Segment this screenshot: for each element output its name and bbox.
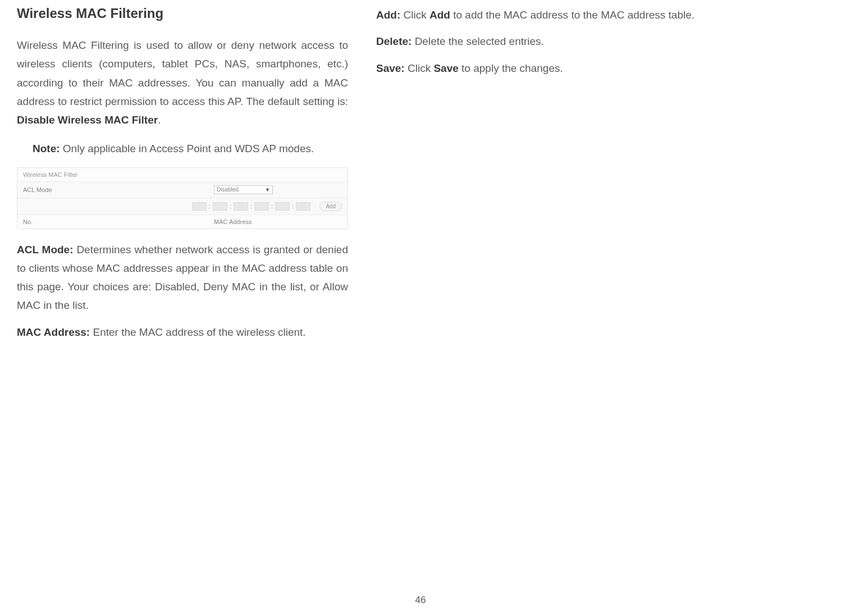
mac-octet-input[interactable] (234, 202, 248, 211)
note-paragraph: Note: Only applicable in Access Point an… (33, 139, 348, 158)
add-desc-2: to add the MAC address to the MAC addres… (450, 9, 694, 21)
mac-octet-input[interactable] (296, 202, 310, 211)
delete-desc: Delete the selected entries. (412, 35, 544, 47)
delete-definition: Delete: Delete the selected entries. (376, 32, 724, 51)
mac-octet-input[interactable] (213, 202, 227, 211)
col-mac-header: MAC Address (214, 218, 252, 225)
mac-filter-screenshot: Wireless MAC Filter ACL Mode Disabled ▼ … (17, 167, 348, 229)
acl-mode-value: Disabled (217, 186, 239, 193)
mac-separator: : (292, 203, 294, 209)
save-definition: Save: Click Save to apply the changes. (376, 59, 724, 77)
screenshot-title: Wireless MAC Filter (17, 168, 348, 182)
mac-octet-input[interactable] (192, 202, 207, 211)
add-desc-1: Click (400, 9, 429, 21)
mac-table-header: No. MAC Address (17, 215, 348, 229)
note-text: Only applicable in Access Point and WDS … (60, 143, 314, 154)
add-button[interactable]: Add (319, 202, 342, 211)
section-heading: Wireless MAC Filtering (17, 6, 348, 21)
mac-separator: : (250, 203, 252, 209)
note-label: Note: (33, 143, 60, 154)
mac-octet-group: : : : : : Add (192, 202, 342, 211)
intro-text-1: Wireless MAC Filtering is used to allow … (17, 39, 348, 107)
intro-text-2: . (158, 114, 161, 126)
save-desc-1: Click (405, 62, 434, 74)
delete-term: Delete: (376, 35, 412, 47)
intro-bold: Disable Wireless MAC Filter (17, 114, 158, 126)
mac-input-row: : : : : : Add (17, 198, 348, 215)
mac-separator: : (209, 203, 211, 209)
add-term: Add: (376, 9, 400, 21)
intro-paragraph: Wireless MAC Filtering is used to allow … (17, 36, 348, 129)
mac-separator: : (230, 203, 231, 209)
mac-octet-input[interactable] (275, 202, 290, 211)
save-desc-2: to apply the changes. (459, 62, 563, 74)
acl-mode-definition: ACL Mode: Determines whether network acc… (17, 240, 348, 315)
mac-address-desc: Enter the MAC address of the wireless cl… (90, 326, 305, 338)
mac-octet-input[interactable] (254, 202, 269, 211)
acl-mode-row: ACL Mode Disabled ▼ (17, 182, 348, 198)
chevron-down-icon: ▼ (265, 187, 270, 193)
mac-address-definition: MAC Address: Enter the MAC address of th… (17, 323, 348, 341)
acl-mode-label: ACL Mode (23, 186, 214, 193)
add-definition: Add: Click Add to add the MAC address to… (376, 6, 724, 24)
save-term: Save: (376, 62, 405, 74)
mac-separator: : (271, 203, 273, 209)
save-bold: Save (433, 62, 458, 74)
page-number: 46 (415, 595, 426, 606)
col-no-header: No. (23, 218, 214, 225)
acl-mode-term: ACL Mode: (17, 244, 74, 255)
add-bold: Add (429, 9, 450, 21)
acl-mode-select[interactable]: Disabled ▼ (214, 185, 273, 194)
mac-address-term: MAC Address: (17, 326, 90, 338)
